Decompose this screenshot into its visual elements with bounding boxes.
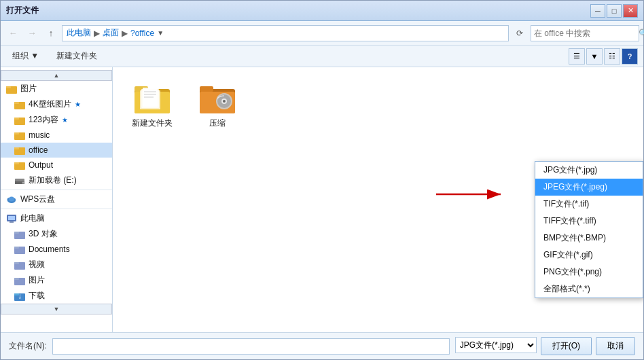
filename-label: 文件名(N): [9, 340, 47, 352]
folder-icon-video [14, 259, 25, 270]
address-part-3[interactable]: ?office [130, 29, 154, 38]
view-dropdown-button[interactable]: ▼ [586, 48, 603, 65]
close-button[interactable]: ✕ [623, 4, 638, 18]
sidebar: ▲ 图片 4K壁纸图片 ★ 123内容 ★ [1, 67, 113, 332]
sidebar-scroll-up[interactable]: ▲ [1, 70, 112, 81]
sidebar-item-documents[interactable]: Documents [1, 242, 112, 257]
filetype-dropdown[interactable]: JPG文件(*.jpg) JPEG文件(*.jpeg) TIF文件(*.tif)… [535, 161, 643, 298]
filetype-option-jpg[interactable]: JPG文件(*.jpg) [535, 162, 643, 179]
svg-rect-3 [14, 102, 19, 104]
filetype-option-bmp[interactable]: BMP文件(*.BMP) [535, 230, 643, 247]
sidebar-item-video[interactable]: 视频 [1, 257, 112, 272]
file-label-newfolder: 新建文件夹 [132, 118, 173, 129]
sidebar-scroll-down[interactable]: ▼ [1, 304, 112, 314]
address-dropdown-arrow[interactable]: ▼ [157, 29, 164, 37]
sidebar-item-wallpaper[interactable]: 4K壁纸图片 ★ [1, 96, 112, 112]
sidebar-item-wps[interactable]: WPS云盘 [1, 192, 112, 207]
file-label-compress: 压缩 [209, 118, 226, 129]
sidebar-item-123[interactable]: 123内容 ★ [1, 112, 112, 128]
filetype-option-gif[interactable]: GIF文件(*.gif) [535, 247, 643, 264]
filetype-option-png[interactable]: PNG文件(*.png) [535, 264, 643, 281]
file-item-compress[interactable]: 压缩 [190, 79, 245, 132]
arrow-container [429, 181, 511, 210]
download-icon: ↓ [14, 291, 25, 302]
sidebar-label-download: 下载 [29, 290, 45, 302]
sidebar-label-wps: WPS云盘 [20, 194, 55, 205]
search-icon[interactable]: 🔍 [639, 29, 644, 38]
address-part-2[interactable]: 桌面 [103, 27, 119, 39]
maximize-button[interactable]: □ [607, 4, 622, 18]
address-bar[interactable]: 此电脑 ▶ 桌面 ▶ ?office ▼ [62, 25, 509, 41]
sidebar-item-3d[interactable]: 3D 对象 [1, 226, 112, 242]
organize-button[interactable]: 组织 ▼ [6, 48, 45, 65]
window-title: 打开文件 [6, 5, 590, 16]
svg-point-18 [9, 196, 14, 201]
svg-point-14 [22, 181, 24, 183]
folder-icon-output [14, 160, 25, 170]
file-grid: 新建文件夹 [120, 74, 637, 137]
svg-rect-29 [14, 278, 19, 280]
svg-rect-27 [14, 262, 19, 264]
folder-icon-wallpaper [14, 99, 25, 110]
sidebar-item-download[interactable]: ↓ 下载 [1, 288, 112, 304]
bottom-bar: 文件名(N): JPG文件(*.jpg) JPEG文件(*.jpeg) TIF文… [1, 332, 643, 359]
svg-rect-43 [200, 86, 213, 92]
sidebar-item-pictures3[interactable]: 图片 [1, 272, 112, 288]
sidebar-label-pictures3: 图片 [29, 274, 45, 286]
up-button[interactable]: ↑ [43, 25, 59, 41]
sidebar-item-edrive[interactable]: 新加载卷 (E:) [1, 173, 112, 188]
file-area: 新建文件夹 [113, 67, 643, 332]
arrow-svg [429, 181, 511, 208]
sidebar-label-office: office [29, 145, 48, 155]
sidebar-item-office[interactable]: office [1, 143, 112, 158]
svg-rect-7 [14, 132, 19, 134]
sidebar-label-output: Output [29, 160, 53, 170]
folder-icon-3d [14, 229, 25, 240]
sidebar-divider-1 [1, 190, 112, 190]
refresh-button[interactable]: ⟳ [512, 25, 528, 41]
file-item-newfolder[interactable]: 新建文件夹 [125, 79, 179, 132]
filetype-option-jpeg[interactable]: JPEG文件(*.jpeg) [535, 179, 643, 196]
svg-rect-5 [14, 118, 19, 120]
svg-rect-21 [10, 221, 14, 223]
sidebar-label-music: music [29, 130, 50, 140]
action-toolbar: 组织 ▼ 新建文件夹 ☰ ▼ ☷ ? [1, 46, 643, 67]
filetype-option-tiff[interactable]: TIFF文件(*.tiff) [535, 213, 643, 230]
filetype-option-tif[interactable]: TIF文件(*.tif) [535, 196, 643, 213]
forward-button[interactable]: → [24, 25, 40, 41]
folder-icon-office [14, 145, 25, 156]
svg-rect-20 [8, 216, 15, 220]
filename-input[interactable] [52, 338, 450, 355]
sidebar-label-thispc: 此电脑 [20, 213, 45, 224]
cancel-button[interactable]: 取消 [596, 337, 635, 355]
sidebar-item-pictures[interactable]: 图片 [1, 81, 112, 96]
back-button[interactable]: ← [5, 25, 21, 41]
view-list-button[interactable]: ☰ [569, 48, 585, 65]
search-input[interactable] [534, 29, 636, 38]
svg-rect-25 [14, 247, 19, 249]
folder-icon-large-compress [198, 82, 236, 115]
help-button[interactable]: ? [622, 48, 638, 65]
open-file-dialog: 打开文件 ─ □ ✕ ← → ↑ 此电脑 ▶ 桌面 ▶ ?office ▼ ⟳ … [0, 0, 644, 360]
main-content: ▲ 图片 4K壁纸图片 ★ 123内容 ★ [1, 67, 643, 332]
svg-rect-11 [14, 162, 19, 164]
sidebar-divider-2 [1, 209, 112, 209]
view-options: ☰ ▼ ☷ ? [569, 48, 638, 65]
sidebar-item-music[interactable]: music [1, 128, 112, 143]
svg-rect-9 [14, 147, 19, 149]
open-button[interactable]: 打开(O) [541, 337, 592, 355]
search-box[interactable]: 🔍 [531, 25, 639, 41]
new-folder-button[interactable]: 新建文件夹 [50, 48, 103, 65]
folder-icon-123 [14, 115, 25, 126]
address-part-1[interactable]: 此电脑 [67, 27, 91, 39]
drive-icon-e [14, 175, 25, 186]
folder-icon-large-newfolder [133, 82, 171, 115]
sidebar-item-output[interactable]: Output [1, 158, 112, 173]
sidebar-label-pictures: 图片 [20, 83, 37, 94]
sidebar-label-video: 视频 [29, 259, 45, 270]
sidebar-item-thispc[interactable]: 此电脑 [1, 211, 112, 226]
minimize-button[interactable]: ─ [590, 4, 605, 18]
filetype-select[interactable]: JPG文件(*.jpg) JPEG文件(*.jpeg) TIF文件(*.tif)… [455, 337, 537, 353]
filetype-option-all[interactable]: 全部格式(*.*) [535, 281, 643, 298]
view-details-button[interactable]: ☷ [604, 48, 620, 65]
